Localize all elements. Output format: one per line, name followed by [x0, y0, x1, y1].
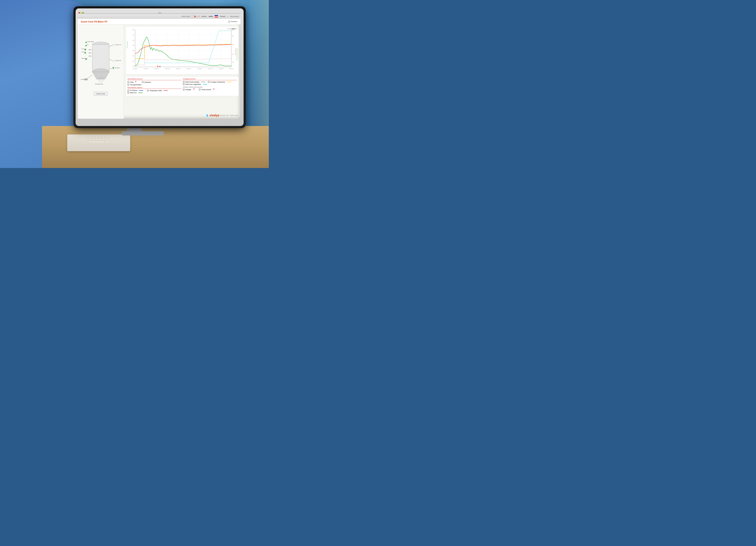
o2-checkbox[interactable] [127, 90, 129, 91]
cliquage-checkbox[interactable] [183, 89, 185, 90]
homogeneisation-row: Homogénéisation [127, 84, 182, 85]
vmax-checkbox[interactable] [127, 81, 129, 83]
svg-text:Azote partagé contro (g/hL/j): Azote partagé contro (g/hL/j) [237, 48, 238, 59]
svg-text:0.5: 0.5 [133, 45, 134, 46]
close-icon[interactable] [79, 12, 80, 13]
svg-text:0.2: 0.2 [133, 60, 134, 62]
vmax-label: VMax [130, 81, 134, 83]
pointeur-checkbox[interactable] [228, 21, 230, 22]
azote-ponctuel-checkbox[interactable] [199, 89, 201, 90]
svg-point-18 [85, 45, 87, 46]
svg-text:0.1: 0.1 [133, 66, 134, 67]
cliquage-pin: 📍 [193, 88, 195, 91]
info-capteur-title: Informations Capteur [127, 87, 182, 89]
svg-marker-11 [89, 55, 91, 57]
debit-co2-checkbox[interactable] [127, 92, 129, 94]
mode-tactile-control[interactable]: Mode Tactile OFF [182, 15, 200, 17]
disconnect-button[interactable]: Déconnexion [230, 16, 239, 17]
language-label[interactable]: Français [220, 16, 225, 17]
svg-text:Débit micro oxygénation (mL/h/: Débit micro oxygénation (mL/h/hL) [236, 48, 237, 61]
vmax-pin: 📍 [135, 81, 137, 83]
consigne-temp-label: Consigne Température [210, 81, 225, 83]
svg-text:Nutriment Batt: Nutriment Batt [81, 79, 88, 80]
svg-text:06/10 17:02: 06/10 17:02 [208, 68, 213, 69]
svg-text:30/09 09:17: 30/09 09:17 [154, 68, 159, 69]
main-content: Azote Partagé O₂ TX Chaud TX Froid Tempé… [78, 25, 240, 119]
svg-marker-10 [89, 52, 91, 54]
extraction-checkbox[interactable] [142, 81, 144, 83]
tank-svg: Azote Partagé O₂ TX Chaud TX Froid Tempé… [80, 27, 122, 88]
svg-text:Azote Partagé: Azote Partagé [87, 41, 94, 42]
svg-text:09/10 08:07: 09/10 08:07 [229, 68, 234, 69]
svg-rect-1 [92, 45, 109, 72]
svg-text:08/10 00:35: 08/10 00:35 [219, 68, 224, 69]
brand-tagline: WINE BY DESIGN [220, 115, 238, 116]
svg-text:30: 30 [232, 29, 234, 30]
minimize-icon[interactable] [80, 12, 82, 13]
monitor-screen: Satys Mode Tactile OFF Bonjour, admin Fr… [78, 12, 240, 119]
svg-text:0.7: 0.7 [133, 35, 134, 36]
micro-color-line [203, 84, 207, 84]
page-title-bar: Zoom Cuve FA Blanc FF Pointeur [78, 19, 240, 25]
chart-svg: 0.8 0.7 0.6 0.5 0.4 0.3 0.2 0.1 30 25 20… [126, 26, 239, 74]
zoom-cuve-button[interactable]: Zoom Cuve [94, 92, 108, 96]
debit-azote-row: Débit d'azote partagé Consigne Températu… [183, 81, 237, 83]
svg-text:25: 25 [232, 36, 234, 37]
svg-text:Homogénéisation: Homogénéisation [95, 83, 103, 85]
svg-text:27/09 12:12: 27/09 12:12 [133, 68, 137, 69]
consigne-temp-checkbox[interactable] [208, 81, 210, 83]
tank-diagram: Azote Partagé O₂ TX Chaud TX Froid Tempé… [80, 27, 122, 90]
svg-text:Extraction: Extraction [115, 67, 120, 68]
debit-azote-checkbox[interactable] [183, 81, 185, 83]
pointeur-control[interactable]: Pointeur [228, 21, 237, 22]
tactile-toggle[interactable] [190, 15, 196, 17]
toggle-off-label: OFF [197, 16, 200, 17]
svg-text:Capteur O₂D: Capteur O₂D [115, 60, 121, 61]
svg-text:28/09 19:44: 28/09 19:44 [144, 68, 148, 69]
keyboard [67, 134, 130, 151]
user-greeting: Bonjour, [202, 16, 207, 17]
o2-dissous-row: O₂ Dissous Température réelle [127, 90, 182, 91]
droplet-icon: 💧 [206, 114, 209, 117]
homogeneisation-label: Homogénéisation [130, 84, 141, 85]
svg-text:20: 20 [232, 44, 234, 45]
right-panel: 0.8 0.7 0.6 0.5 0.4 0.3 0.2 0.1 30 25 20… [124, 25, 240, 119]
azote-ponctuel-label: Azote ponctuel [201, 89, 211, 90]
svg-text:0.4: 0.4 [133, 50, 134, 51]
debit-co2-row: Débit CO₂ [127, 92, 182, 94]
debit-co2-label: Débit CO₂ [130, 92, 137, 94]
page-title: Zoom Cuve FA Blanc FF [81, 20, 107, 23]
temp-reelle-checkbox[interactable] [147, 90, 149, 91]
svg-text:0.6: 0.6 [133, 40, 134, 41]
pointeur-label: Pointeur [231, 21, 237, 22]
left-info-column: Informations process VMax 📍 Extraction [127, 78, 182, 94]
svg-text:Débit CO₂ (g/h/kg): Débit CO₂ (g/h/kg) [127, 41, 128, 48]
azote-ponctuel-pin: 📍 [213, 88, 215, 91]
debit-micro-row: Débit micro oxygénation [183, 83, 237, 85]
homogeneisation-checkbox[interactable] [127, 84, 129, 85]
chart-container: 0.8 0.7 0.6 0.5 0.4 0.3 0.2 0.1 30 25 20… [126, 26, 239, 75]
temp-color-line [164, 90, 168, 91]
svg-text:📍: 📍 [159, 66, 161, 68]
info-process-title: Informations process [127, 78, 182, 80]
extraction-label: Extraction [144, 81, 151, 83]
svg-point-17 [85, 42, 87, 43]
informations-capteur-section: Informations Capteur O₂ Dissous Températ… [127, 87, 182, 94]
svg-text:✕: ✕ [112, 67, 114, 69]
svg-text:TX Chaud: TX Chaud [81, 48, 86, 50]
language-flag[interactable] [215, 15, 218, 17]
toggle-knob [194, 16, 196, 17]
debit-micro-label: Débit micro oxygénation [185, 84, 201, 85]
informations-process-section: Informations process VMax 📍 Extraction [127, 78, 182, 85]
actions-ponctuelles-section: Afficher actions ponctuelles Cliquage 📍 … [183, 86, 237, 91]
debit-micro-checkbox[interactable] [183, 83, 185, 85]
info-panel: Informations process VMax 📍 Extraction [126, 76, 239, 96]
cliquage-label: Cliquage [185, 89, 191, 90]
window-title: Satys [84, 12, 235, 13]
maximize-icon[interactable] [82, 12, 84, 13]
o2-label: O₂ Dissous [130, 90, 137, 91]
mode-tactile-label: Mode Tactile [182, 16, 190, 17]
actions-title: Afficher actions ponctuelles [183, 86, 237, 88]
svg-text:01/10 19:50: 01/10 19:50 [165, 68, 170, 69]
left-panel: Azote Partagé O₂ TX Chaud TX Froid Tempé… [78, 25, 124, 119]
